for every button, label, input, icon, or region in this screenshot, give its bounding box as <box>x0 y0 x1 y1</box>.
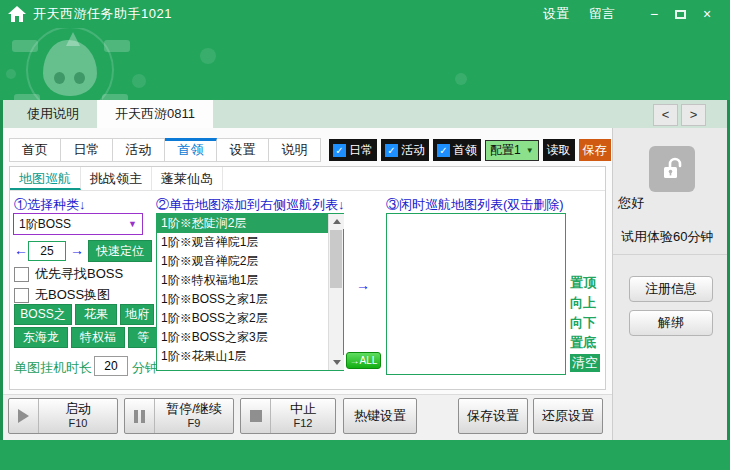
pause-button-label: 暂停/继续 <box>166 401 222 416</box>
stop-hotkey: F12 <box>294 416 313 431</box>
greeting-text: 您好 <box>618 194 644 212</box>
menu-row: 首页 日常 活动 首领 设置 说明 ✓ 日常 ✓ 活动 ✓ 首领 <box>9 138 611 162</box>
unbind-button[interactable]: 解绑 <box>629 310 713 336</box>
config-select[interactable]: 配置1 ▼ <box>485 140 539 161</box>
boss-toggle-label: 首领 <box>453 142 477 159</box>
subtab-penglai-island[interactable]: 蓬莱仙岛 <box>152 167 223 190</box>
title-bar: 开天西游任务助手1021 设置 留言 − × <box>0 0 730 28</box>
checkbox-checked-icon[interactable]: ✓ <box>437 144 450 157</box>
map-boss-home-button[interactable]: BOSS之家 <box>14 304 72 325</box>
checkbox-unchecked-icon[interactable] <box>14 267 29 282</box>
map-donghai-button[interactable]: 东海龙宫 <box>14 327 68 348</box>
no-boss-option[interactable]: 无BOSS换图 <box>14 286 110 304</box>
play-icon <box>9 399 39 433</box>
checkbox-checked-icon[interactable]: ✓ <box>333 144 346 157</box>
afk-duration-input[interactable] <box>94 356 128 376</box>
map-category-row-2: 东海龙宫 特权福地 等级 <box>14 327 158 348</box>
close-icon[interactable]: × <box>696 6 718 22</box>
tab-game-session[interactable]: 开天西游0811 <box>97 100 213 128</box>
add-all-button[interactable]: →ALL <box>346 352 381 369</box>
find-boss-option[interactable]: 优先寻找BOSS <box>14 265 123 283</box>
category-select[interactable]: 1阶BOSS ▼ <box>13 213 143 235</box>
hotkey-settings-button[interactable]: 热键设置 <box>343 398 417 434</box>
checkbox-unchecked-icon[interactable] <box>14 288 29 303</box>
unlock-icon <box>649 146 695 192</box>
afk-duration-label: 单图挂机时长 <box>14 359 92 377</box>
move-down-button[interactable]: 向下 <box>570 314 596 332</box>
tab-activity[interactable]: 活动 <box>113 138 165 162</box>
subtab-challenge-lord[interactable]: 挑战领主 <box>81 167 152 190</box>
list-item[interactable]: 1阶※BOSS之家2层 <box>157 309 328 328</box>
scrollbar-thumb[interactable] <box>330 230 342 288</box>
list-item[interactable]: 1阶※愁陡涧2层 <box>157 214 328 233</box>
stop-icon <box>241 399 271 433</box>
list-item[interactable]: 1阶※特权福地1层 <box>157 271 328 290</box>
tab-boss[interactable]: 首领 <box>165 138 217 162</box>
activity-toggle-label: 活动 <box>401 142 425 159</box>
category-select-value: 1阶BOSS <box>19 216 71 233</box>
list-item[interactable]: 1阶※BOSS之家1层 <box>157 290 328 309</box>
move-up-button[interactable]: 向上 <box>570 294 596 312</box>
page-next-icon[interactable]: → <box>70 242 84 258</box>
pause-hotkey: F9 <box>188 416 201 431</box>
tab-settings[interactable]: 设置 <box>217 138 269 162</box>
daily-toggle[interactable]: ✓ 日常 <box>329 139 377 161</box>
chevron-down-icon: ▼ <box>128 219 137 229</box>
tab-instructions[interactable]: 说明 <box>269 138 321 162</box>
tab-home[interactable]: 首页 <box>9 138 61 162</box>
list-item[interactable]: 1阶※观音禅院1层 <box>157 233 328 252</box>
mascot-logo <box>12 28 132 100</box>
register-info-button[interactable]: 注册信息 <box>629 276 713 302</box>
sidebar-divider <box>613 254 727 255</box>
maximize-icon[interactable] <box>675 10 686 19</box>
main-panel: 首页 日常 活动 首领 设置 说明 ✓ 日常 ✓ 活动 ✓ 首领 <box>3 128 612 440</box>
list-item[interactable]: 1阶※观音禅院2层 <box>157 252 328 271</box>
map-level-button[interactable]: 等级 <box>128 327 158 348</box>
scrollbar[interactable] <box>328 214 343 370</box>
map-category-row-1: BOSS之家 花果山 地府 <box>14 304 154 325</box>
tab-daily[interactable]: 日常 <box>61 138 113 162</box>
no-boss-label: 无BOSS换图 <box>35 286 110 304</box>
activity-toggle[interactable]: ✓ 活动 <box>381 139 429 161</box>
tab-usage-help[interactable]: 使用说明 <box>9 100 97 128</box>
read-config-button[interactable]: 读取 <box>543 139 575 161</box>
daily-toggle-label: 日常 <box>349 142 373 159</box>
save-config-button[interactable]: 保存 <box>579 139 611 161</box>
map-difu-button[interactable]: 地府 <box>120 304 154 325</box>
scroll-up-icon[interactable] <box>329 214 344 229</box>
start-button[interactable]: 启动 F10 <box>8 398 118 434</box>
checkbox-checked-icon[interactable]: ✓ <box>385 144 398 157</box>
list-item[interactable]: 1阶※花果山1层 <box>157 347 328 366</box>
sub-tab-row: 地图巡航 挑战领主 蓬莱仙岛 <box>10 167 605 191</box>
move-top-button[interactable]: 置顶 <box>570 274 596 292</box>
message-menu-button[interactable]: 留言 <box>589 5 615 23</box>
account-sidebar: 您好 试用体验60分钟 注册信息 解绑 <box>612 128 727 440</box>
settings-menu-button[interactable]: 设置 <box>543 5 569 23</box>
pause-resume-button[interactable]: 暂停/继续 F9 <box>124 398 234 434</box>
list-item[interactable]: 1阶※BOSS之家3层 <box>157 328 328 347</box>
start-button-label: 启动 <box>65 401 91 416</box>
scroll-down-icon[interactable] <box>329 355 344 370</box>
map-tequan-button[interactable]: 特权福地 <box>71 327 125 348</box>
minimize-icon[interactable]: − <box>643 6 665 22</box>
page-number-input[interactable] <box>28 241 66 261</box>
move-bottom-button[interactable]: 置底 <box>570 334 596 352</box>
pause-icon <box>125 399 155 433</box>
stop-button[interactable]: 中止 F12 <box>240 398 336 434</box>
map-source-list[interactable]: 1阶※愁陡涧2层 1阶※观音禅院1层 1阶※观音禅院2层 1阶※特权福地1层 1… <box>156 213 344 371</box>
subtab-map-cruise[interactable]: 地图巡航 <box>10 167 81 190</box>
tab-scroll-right-button[interactable]: > <box>681 104 706 126</box>
quick-locate-button[interactable]: 快速定位 <box>88 240 152 262</box>
cruise-target-list[interactable] <box>386 213 566 375</box>
doc-tab-strip: 使用说明 开天西游0811 <box>3 100 727 128</box>
step3-label: ③闲时巡航地图列表(双击删除) <box>386 196 564 214</box>
clear-list-button[interactable]: 清空 <box>570 354 600 372</box>
tab-scroll-left-button[interactable]: < <box>653 104 678 126</box>
map-huaguoshan-button[interactable]: 花果山 <box>75 304 117 325</box>
app-home-icon <box>8 6 26 22</box>
map-source-items: 1阶※愁陡涧2层 1阶※观音禅院1层 1阶※观音禅院2层 1阶※特权福地1层 1… <box>157 214 328 370</box>
boss-toggle[interactable]: ✓ 首领 <box>433 139 481 161</box>
save-settings-button[interactable]: 保存设置 <box>458 398 528 434</box>
restore-settings-button[interactable]: 还原设置 <box>533 398 603 434</box>
page-prev-icon[interactable]: ← <box>14 242 28 258</box>
